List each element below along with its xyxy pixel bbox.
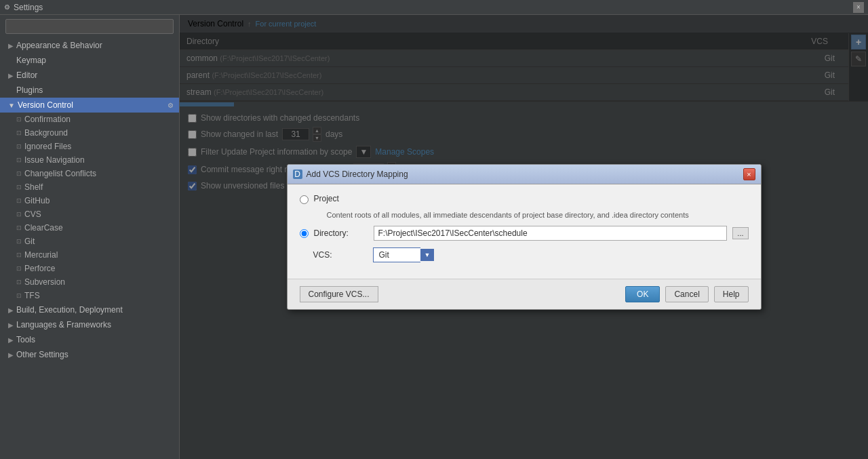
expand-arrow-appearance: ▶ (8, 42, 14, 49)
page-icon: ⊡ (16, 292, 22, 299)
project-radio[interactable] (300, 195, 309, 204)
sidebar-child-label: Confirmation (24, 115, 71, 124)
sidebar: ▶ Appearance & Behavior ▶ Keymap ▶ Edito… (0, 15, 180, 459)
sidebar-item-label: Other Settings (16, 350, 68, 359)
sidebar-item-label: Keymap (16, 56, 46, 65)
sidebar-item-tools[interactable]: ▶ Tools (0, 332, 179, 347)
project-radio-row: Project (300, 194, 749, 204)
sidebar-item-shelf[interactable]: ⊡ Shelf (0, 180, 179, 194)
settings-icon: ⚙ (167, 102, 174, 109)
page-icon: ⊡ (16, 252, 22, 258)
sidebar-item-github[interactable]: ⊡ GitHub (0, 194, 179, 207)
search-box (0, 15, 179, 38)
sidebar-child-label: Mercurial (24, 250, 58, 260)
page-icon: ⊡ (16, 129, 22, 136)
page-icon: ⊡ (16, 170, 22, 177)
expand-arrow-vc: ▼ (8, 102, 15, 109)
sidebar-child-label: Perforce (24, 264, 55, 273)
page-icon: ⊡ (16, 238, 22, 245)
directory-field-row: Directory: ... (300, 226, 749, 241)
sidebar-item-git[interactable]: ⊡ Git (0, 235, 179, 248)
settings-window: ▶ Appearance & Behavior ▶ Keymap ▶ Edito… (0, 15, 868, 459)
sidebar-child-label: Changelist Conflicts (24, 169, 96, 178)
sidebar-item-tfs[interactable]: ⊡ TFS (0, 289, 179, 302)
sidebar-item-perforce[interactable]: ⊡ Perforce (0, 262, 179, 275)
sidebar-item-label: Languages & Frameworks (16, 320, 111, 330)
sidebar-item-label: Build, Execution, Deployment (16, 305, 123, 315)
sidebar-item-version-control[interactable]: ▼ Version Control ⚙ (0, 98, 179, 113)
sidebar-item-build[interactable]: ▶ Build, Execution, Deployment (0, 302, 179, 317)
page-icon: ⊡ (16, 224, 22, 231)
sidebar-item-subversion[interactable]: ⊡ Subversion (0, 275, 179, 289)
sidebar-child-label: ClearCase (24, 223, 63, 233)
sidebar-item-plugins[interactable]: ▶ Plugins (0, 83, 179, 98)
sidebar-item-editor[interactable]: ▶ Editor (0, 68, 179, 83)
modal-titlebar: D Add VCS Directory Mapping × (288, 165, 761, 184)
sidebar-child-label: TFS (24, 291, 40, 300)
sidebar-item-issue-navigation[interactable]: ⊡ Issue Navigation (0, 153, 179, 167)
sidebar-item-label: Tools (16, 335, 35, 344)
sidebar-item-label: Appearance & Behavior (16, 41, 102, 50)
content-wrapper: Version Control ↑ For current project Di… (180, 15, 868, 459)
project-radio-desc: Content roots of all modules, all immedi… (313, 211, 749, 219)
vcs-dropdown-button[interactable]: ▼ (420, 249, 435, 261)
modal-close-button[interactable]: × (743, 168, 755, 180)
sidebar-child-label: Issue Navigation (24, 155, 85, 165)
expand-arrow-build: ▶ (8, 306, 14, 314)
page-icon: ⊡ (16, 116, 22, 123)
sidebar-item-confirmation[interactable]: ⊡ Confirmation (0, 113, 179, 126)
ok-button[interactable]: OK (625, 286, 660, 302)
page-icon: ⊡ (16, 184, 22, 191)
modal-body: Project Content roots of all modules, al… (288, 184, 761, 279)
vcs-select-container: Git ▼ (373, 247, 749, 262)
page-icon: ⊡ (16, 197, 22, 204)
sidebar-item-appearance[interactable]: ▶ Appearance & Behavior (0, 38, 179, 53)
sidebar-item-label: Editor (16, 71, 37, 80)
sidebar-item-other-settings[interactable]: ▶ Other Settings (0, 347, 179, 362)
sidebar-item-label: Version Control (18, 100, 73, 110)
page-icon: ⊡ (16, 143, 22, 150)
sidebar-child-label: Git (24, 237, 35, 246)
directory-input[interactable] (374, 226, 728, 241)
project-radio-label: Project (314, 194, 339, 203)
directory-radio-label: Directory: (314, 228, 368, 238)
directory-radio[interactable] (300, 229, 309, 238)
sidebar-child-label: Shelf (24, 182, 43, 192)
window-title: Settings (14, 3, 43, 12)
sidebar-child-label: Background (24, 128, 68, 138)
modal-title: Add VCS Directory Mapping (307, 169, 408, 179)
search-input[interactable] (5, 19, 174, 34)
sidebar-child-label: CVS (24, 209, 41, 219)
sidebar-item-ignored-files[interactable]: ⊡ Ignored Files (0, 140, 179, 153)
sidebar-item-cvs[interactable]: ⊡ CVS (0, 207, 179, 221)
vcs-selected-value: Git (373, 247, 420, 262)
sidebar-item-clearcase[interactable]: ⊡ ClearCase (0, 221, 179, 235)
expand-arrow-tools: ▶ (8, 336, 14, 344)
sidebar-item-background[interactable]: ⊡ Background (0, 126, 179, 140)
title-bar: ⚙ Settings × (0, 0, 868, 15)
add-vcs-dialog: D Add VCS Directory Mapping × Project Co… (287, 164, 762, 310)
modal-overlay: D Add VCS Directory Mapping × Project Co… (180, 15, 868, 459)
sidebar-item-mercurial[interactable]: ⊡ Mercurial (0, 248, 179, 262)
cancel-button[interactable]: Cancel (665, 286, 708, 302)
expand-arrow-other: ▶ (8, 351, 14, 359)
settings-body: ▶ Appearance & Behavior ▶ Keymap ▶ Edito… (0, 15, 868, 459)
modal-dialog-icon: D (293, 169, 302, 179)
vcs-label: VCS: (313, 250, 368, 260)
sidebar-item-languages[interactable]: ▶ Languages & Frameworks (0, 317, 179, 332)
sidebar-item-changelist-conflicts[interactable]: ⊡ Changelist Conflicts (0, 167, 179, 180)
window-close-button[interactable]: × (853, 2, 864, 13)
configure-vcs-button[interactable]: Configure VCS... (300, 286, 378, 302)
expand-arrow-editor: ▶ (8, 72, 14, 79)
browse-button[interactable]: ... (732, 227, 748, 239)
help-button[interactable]: Help (714, 286, 749, 302)
modal-footer: Configure VCS... OK Cancel Help (288, 279, 761, 309)
sidebar-child-label: GitHub (24, 196, 50, 205)
sidebar-item-keymap[interactable]: ▶ Keymap (0, 53, 179, 68)
sidebar-item-label: Plugins (16, 85, 43, 95)
app-icon: ⚙ (4, 3, 10, 11)
expand-arrow-langs: ▶ (8, 321, 14, 329)
page-icon: ⊡ (16, 265, 22, 272)
page-icon: ⊡ (16, 211, 22, 218)
page-icon: ⊡ (16, 279, 22, 285)
